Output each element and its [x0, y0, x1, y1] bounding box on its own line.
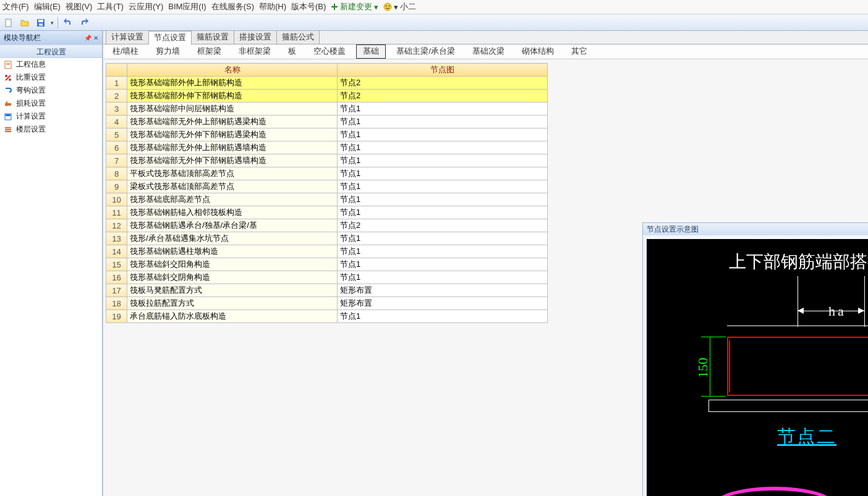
- table-row[interactable]: 9梁板式筏形基础顶部高差节点节点1: [106, 180, 548, 193]
- cell-node[interactable]: 节点2: [338, 90, 548, 103]
- cell-name[interactable]: 筏板马凳筋配置方式: [127, 284, 338, 297]
- cell-name[interactable]: 梁板式筏形基础顶部高差节点: [127, 180, 338, 193]
- table-row[interactable]: 1筏形基础端部外伸上部钢筋构造节点2: [106, 77, 548, 90]
- cell-name[interactable]: 筏形基础端部中间层钢筋构造: [127, 103, 338, 116]
- table-row[interactable]: 6筏形基础端部无外伸上部钢筋遇墙构造节点1: [106, 141, 548, 154]
- cell-node[interactable]: 矩形布置: [338, 284, 548, 297]
- cell-node[interactable]: 节点1: [338, 310, 548, 323]
- sub-tab[interactable]: 其它: [564, 44, 594, 59]
- cell-name[interactable]: 筏形基础钢筋遇承台/独基/承台梁/基: [127, 219, 338, 232]
- sub-tab[interactable]: 基础次梁: [466, 44, 511, 59]
- cell-node[interactable]: 节点2: [338, 77, 548, 90]
- cell-node[interactable]: 节点1: [338, 103, 548, 116]
- new-file-button[interactable]: [2, 17, 15, 29]
- cell-name[interactable]: 筏形基础钢筋锚入相邻筏板构造: [127, 206, 338, 219]
- table-row[interactable]: 15筏形基础斜交阳角构造节点1: [106, 258, 548, 271]
- table-row[interactable]: 19承台底筋锚入防水底板构造节点1: [106, 310, 548, 323]
- cell-name[interactable]: 筏形基础斜交阳角构造: [127, 258, 338, 271]
- cell-name[interactable]: 筏板拉筋配置方式: [127, 297, 338, 310]
- cell-node[interactable]: 矩形布置: [338, 297, 548, 310]
- save-dropdown[interactable]: ▾: [51, 20, 54, 26]
- pin-icon[interactable]: 📌 ✕: [84, 35, 98, 41]
- nav-item-project-info[interactable]: 工程信息: [0, 58, 102, 71]
- sub-tab[interactable]: 非框架梁: [232, 44, 278, 59]
- menu-cloud[interactable]: 云应用(Y): [129, 1, 163, 12]
- main-tab[interactable]: 计算设置: [106, 31, 149, 44]
- sub-tab[interactable]: 剪力墙: [149, 44, 187, 59]
- table-row[interactable]: 16筏形基础斜交阴角构造节点1: [106, 271, 548, 284]
- nav-item-ratio[interactable]: 比重设置: [0, 71, 102, 84]
- table-row[interactable]: 7筏形基础端部无外伸下部钢筋遇墙构造节点1: [106, 154, 548, 167]
- table-row[interactable]: 17筏板马凳筋配置方式矩形布置: [106, 284, 548, 297]
- cell-node[interactable]: 节点1: [338, 271, 548, 284]
- table-row[interactable]: 5筏形基础端部无外伸下部钢筋遇梁构造节点1: [106, 128, 548, 141]
- nav-section-header[interactable]: 工程设置: [0, 44, 102, 58]
- cell-name[interactable]: 筏形基础端部无外伸上部钢筋遇梁构造: [127, 116, 338, 128]
- cell-node[interactable]: 节点1: [338, 116, 548, 128]
- redo-button[interactable]: [78, 17, 90, 29]
- table-row[interactable]: 12筏形基础钢筋遇承台/独基/承台梁/基节点2: [106, 219, 548, 232]
- cell-node[interactable]: 节点1: [338, 193, 548, 206]
- table-row[interactable]: 18筏板拉筋配置方式矩形布置: [106, 297, 548, 310]
- main-tab[interactable]: 箍筋设置: [191, 31, 234, 44]
- table-row[interactable]: 10筏形基础底部高差节点节点1: [106, 193, 548, 206]
- table-row[interactable]: 4筏形基础端部无外伸上部钢筋遇梁构造节点1: [106, 116, 548, 128]
- cell-node[interactable]: 节点1: [338, 232, 548, 245]
- cell-name[interactable]: 筏形基础钢筋遇柱墩构造: [127, 245, 338, 258]
- cell-name[interactable]: 筏形基础端部无外伸下部钢筋遇墙构造: [127, 154, 338, 167]
- cell-node[interactable]: 节点1: [338, 245, 548, 258]
- table-row[interactable]: 3筏形基础端部中间层钢筋构造节点1: [106, 103, 548, 116]
- nav-item-floor[interactable]: 楼层设置: [0, 123, 102, 136]
- undo-button[interactable]: [62, 17, 74, 29]
- cell-node[interactable]: 节点1: [338, 180, 548, 193]
- sub-tab[interactable]: 基础: [356, 44, 386, 59]
- nav-item-hook[interactable]: 弯钩设置: [0, 84, 102, 97]
- new-change-button[interactable]: 新建变更 ▾: [331, 1, 378, 12]
- cell-name[interactable]: 筏形基础端部无外伸上部钢筋遇墙构造: [127, 141, 338, 154]
- menu-online[interactable]: 在线服务(S): [211, 1, 254, 12]
- cell-node[interactable]: 节点1: [338, 167, 548, 180]
- table-row[interactable]: 13筏形/承台基础遇集水坑节点节点1: [106, 232, 548, 245]
- main-tab[interactable]: 搭接设置: [234, 31, 277, 44]
- cell-name[interactable]: 筏形基础底部高差节点: [127, 193, 338, 206]
- menu-view[interactable]: 视图(V): [66, 1, 92, 12]
- main-tab[interactable]: 节点设置: [148, 31, 192, 44]
- cell-name[interactable]: 筏形/承台基础遇集水坑节点: [127, 232, 338, 245]
- cell-name[interactable]: 筏形基础端部外伸下部钢筋构造: [127, 90, 338, 103]
- table-row[interactable]: 8平板式筏形基础顶部高差节点节点1: [106, 167, 548, 180]
- cell-name[interactable]: 平板式筏形基础顶部高差节点: [127, 167, 338, 180]
- cell-node[interactable]: 节点1: [338, 154, 548, 167]
- menu-edit[interactable]: 编辑(E): [34, 1, 61, 12]
- save-button[interactable]: [35, 17, 47, 29]
- cell-node[interactable]: 节点1: [338, 206, 548, 219]
- cell-name[interactable]: 承台底筋锚入防水底板构造: [127, 310, 338, 323]
- settings-grid[interactable]: 名称 节点图 1筏形基础端部外伸上部钢筋构造节点22筏形基础端部外伸下部钢筋构造…: [106, 63, 548, 323]
- cell-node[interactable]: 节点1: [338, 141, 548, 154]
- table-row[interactable]: 2筏形基础端部外伸下部钢筋构造节点2: [106, 90, 548, 103]
- nav-item-loss[interactable]: 损耗设置: [0, 97, 102, 110]
- sub-tab[interactable]: 柱/墙柱: [106, 44, 145, 59]
- folder-open-icon: [20, 18, 30, 28]
- sub-tab[interactable]: 砌体结构: [515, 44, 561, 59]
- cell-node[interactable]: 节点2: [338, 219, 548, 232]
- cell-name[interactable]: 筏形基础斜交阴角构造: [127, 271, 338, 284]
- user-menu[interactable]: ▾ 小二: [383, 1, 416, 12]
- sub-tab[interactable]: 基础主梁/承台梁: [389, 44, 461, 59]
- menu-help[interactable]: 帮助(H): [259, 1, 286, 12]
- cell-name[interactable]: 筏形基础端部外伸上部钢筋构造: [127, 77, 338, 90]
- table-row[interactable]: 14筏形基础钢筋遇柱墩构造节点1: [106, 245, 548, 258]
- cell-node[interactable]: 节点1: [338, 128, 548, 141]
- menu-version[interactable]: 版本号(B): [291, 1, 326, 12]
- sub-tab[interactable]: 空心楼盖: [307, 44, 352, 59]
- sub-tab[interactable]: 板: [281, 44, 303, 59]
- cell-name[interactable]: 筏形基础端部无外伸下部钢筋遇梁构造: [127, 128, 338, 141]
- table-row[interactable]: 11筏形基础钢筋锚入相邻筏板构造节点1: [106, 206, 548, 219]
- menu-bim[interactable]: BIM应用(I): [168, 1, 206, 12]
- nav-item-calc[interactable]: 计算设置: [0, 110, 102, 123]
- main-tab[interactable]: 箍筋公式: [276, 31, 320, 44]
- open-file-button[interactable]: [19, 17, 31, 29]
- menu-file[interactable]: 文件(F): [2, 1, 29, 12]
- menu-tool[interactable]: 工具(T): [97, 1, 124, 12]
- sub-tab[interactable]: 框架梁: [190, 44, 228, 59]
- cell-node[interactable]: 节点1: [338, 258, 548, 271]
